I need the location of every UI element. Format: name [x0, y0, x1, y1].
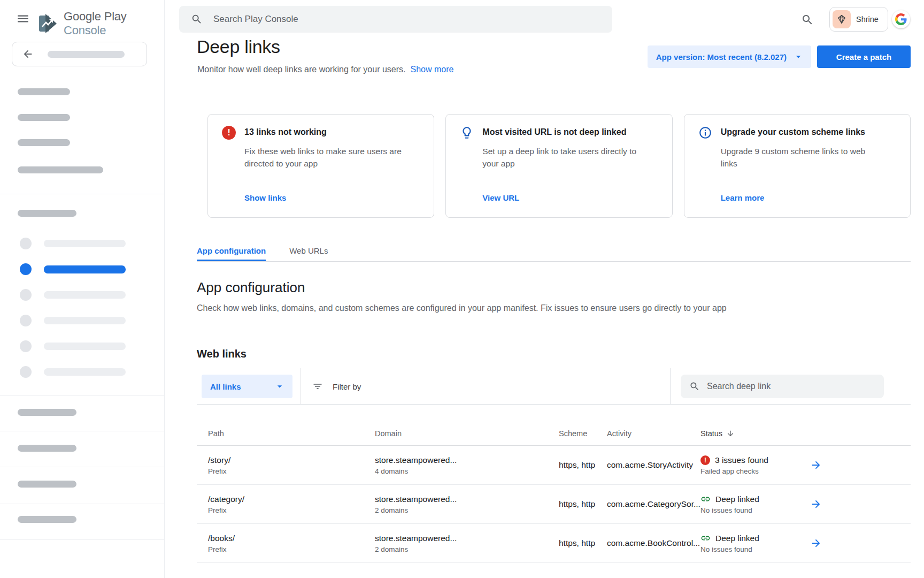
filter-by-button[interactable]: Filter by	[312, 368, 361, 405]
domain-value: store.steampowered...	[375, 455, 559, 465]
card-title: Most visited URL is not deep linked	[482, 127, 659, 137]
tab-bar: App configuration Web URLs	[197, 241, 911, 262]
scheme-value: https, http	[559, 538, 607, 548]
sidebar-item[interactable]	[20, 238, 126, 249]
app-selector-back[interactable]	[12, 42, 147, 66]
skeleton-section-header	[18, 445, 76, 452]
page-title: Deep links	[197, 36, 280, 57]
sidebar-item-active[interactable]	[20, 263, 126, 275]
create-patch-button[interactable]: Create a patch	[817, 45, 911, 68]
deep-link-search-box[interactable]	[681, 375, 884, 398]
table-row-books[interactable]: /books/Prefix store.steampowered...2 dom…	[197, 524, 911, 563]
section-heading: App configuration	[197, 279, 305, 296]
page-subtitle: Monitor how well deep links are working …	[197, 65, 453, 74]
status-value: 3 issues found	[715, 455, 768, 465]
web-links-table: Path Domain Scheme Activity Status /stor…	[197, 405, 911, 578]
info-icon	[698, 126, 712, 142]
card-title: Upgrade your custom scheme links	[721, 127, 897, 137]
app-switcher-chip[interactable]: Shrine	[829, 7, 888, 32]
sidebar-item[interactable]	[20, 340, 126, 352]
search-icon-button[interactable]	[801, 13, 814, 26]
sidebar-divider	[0, 467, 165, 467]
path-type: Prefix	[208, 506, 375, 514]
column-domain[interactable]: Domain	[375, 429, 559, 438]
table-row-category[interactable]: /category/Prefix store.steampowered...2 …	[197, 485, 911, 524]
skeleton-section-header	[18, 481, 76, 488]
column-path[interactable]: Path	[208, 429, 375, 438]
tab-web-urls[interactable]: Web URLs	[289, 241, 328, 261]
app-version-dropdown[interactable]: App version: Most recent (8.2.027)	[648, 45, 811, 68]
shrine-app-icon	[833, 10, 851, 28]
table-row-item[interactable]: /item/ store.steampowered... Deep linked	[197, 563, 911, 578]
column-activity[interactable]: Activity	[607, 429, 700, 438]
skeleton-bar	[48, 51, 125, 58]
sidebar-divider	[0, 395, 165, 396]
google-logo-icon	[895, 13, 907, 25]
skeleton-section-header	[18, 409, 76, 416]
row-detail-arrow[interactable]	[810, 459, 911, 471]
error-icon: !	[700, 455, 710, 465]
status-value: Deep linked	[715, 534, 759, 543]
sidebar-divider	[0, 539, 165, 540]
show-more-link[interactable]: Show more	[411, 65, 454, 74]
sidebar-item[interactable]	[20, 366, 126, 378]
show-links-link[interactable]: Show links	[244, 193, 286, 202]
status-value: Deep linked	[715, 495, 759, 504]
card-body: Set up a deep link to take users directl…	[482, 145, 645, 170]
scheme-value: https, http	[559, 460, 607, 470]
card-title: 13 links not working	[244, 127, 421, 137]
filter-icon	[312, 381, 323, 392]
sidebar-item[interactable]	[20, 315, 126, 326]
domain-value: store.steampowered...	[375, 495, 559, 504]
search-icon	[191, 13, 203, 25]
path-type: Prefix	[208, 467, 375, 475]
global-search-bar[interactable]	[179, 6, 612, 33]
gem-icon	[836, 14, 847, 25]
lightbulb-icon	[460, 126, 474, 142]
view-url-link[interactable]: View URL	[482, 193, 519, 202]
sidebar-item[interactable]	[20, 289, 126, 301]
row-detail-arrow[interactable]	[810, 537, 911, 549]
search-icon	[689, 381, 700, 392]
link-icon	[700, 533, 711, 543]
error-icon: !	[222, 126, 236, 140]
status-detail: No issues found	[700, 545, 810, 553]
domain-value: store.steampowered...	[375, 534, 559, 543]
domain-count: 4 domains	[375, 467, 559, 475]
global-search-input[interactable]	[213, 14, 534, 25]
play-console-wordmark: Google Play Console	[64, 10, 164, 37]
deep-link-search-input[interactable]	[707, 382, 873, 391]
menu-icon[interactable]	[16, 12, 30, 26]
play-console-logo[interactable]: Google Play Console	[38, 10, 164, 37]
dropdown-arrow-icon	[274, 381, 285, 392]
learn-more-link[interactable]: Learn more	[721, 193, 765, 202]
filter-divider	[301, 368, 301, 405]
row-detail-arrow[interactable]	[810, 498, 911, 510]
google-account-avatar[interactable]	[892, 10, 910, 28]
scheme-value: https, http	[559, 499, 607, 509]
tab-app-configuration[interactable]: App configuration	[197, 241, 266, 261]
path-value: /category/	[208, 495, 375, 504]
web-links-heading: Web links	[197, 348, 247, 360]
skeleton-bar	[18, 139, 70, 146]
table-row-story[interactable]: /story/Prefix store.steampowered...4 dom…	[197, 446, 911, 485]
domain-count: 2 domains	[375, 545, 559, 553]
link-icon	[700, 576, 711, 578]
skeleton-bar	[18, 166, 103, 173]
skeleton-section-header	[18, 210, 76, 217]
all-links-filter-dropdown[interactable]: All links	[202, 375, 292, 398]
sidebar-divider	[0, 504, 165, 504]
sidebar-divider	[0, 431, 165, 431]
path-type: Prefix	[208, 545, 375, 553]
link-icon	[700, 494, 711, 504]
column-status-sort[interactable]: Status	[700, 429, 810, 438]
activity-value: com.acme.CategorySor...	[607, 499, 700, 509]
sidebar: Google Play Console	[0, 0, 165, 578]
back-arrow-icon	[22, 48, 34, 60]
card-links-not-working: ! 13 links not working Fix these web lin…	[207, 114, 434, 218]
activity-value: com.acme.BookControl...	[607, 538, 700, 548]
insight-cards: ! 13 links not working Fix these web lin…	[207, 114, 911, 218]
section-description: Check how web links, domains, and custom…	[197, 303, 727, 313]
app-name: Shrine	[856, 15, 879, 24]
column-scheme[interactable]: Scheme	[559, 429, 607, 438]
